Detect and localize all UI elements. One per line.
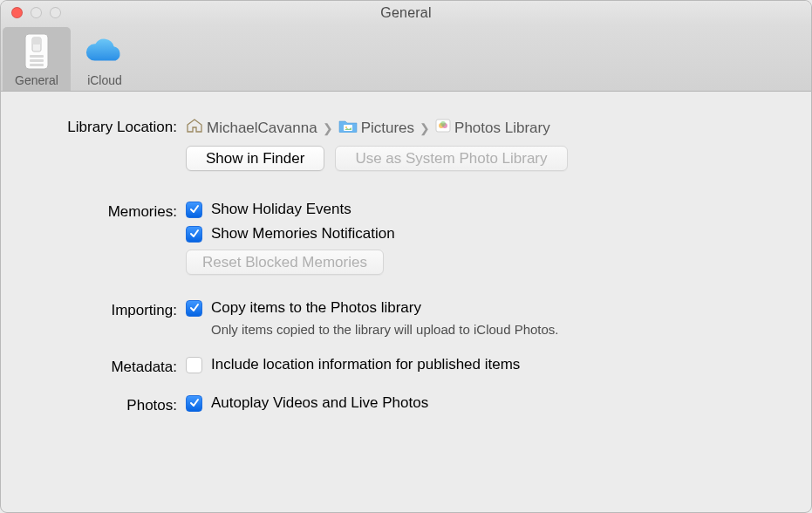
photos-library-icon [435, 119, 451, 137]
svg-point-7 [345, 127, 347, 128]
content-area: Library Location: MichaelCavanna ❯ Pictu… [1, 92, 811, 512]
zoom-window-icon [50, 7, 61, 18]
svg-rect-5 [30, 64, 44, 66]
label-metadata: Metadata: [18, 356, 186, 376]
close-window-icon[interactable] [11, 7, 23, 18]
label-holiday-events: Show Holiday Events [211, 201, 351, 218]
tab-icloud-label: iCloud [87, 73, 122, 87]
home-folder-icon [186, 119, 203, 137]
svg-rect-3 [30, 55, 44, 58]
switches-icon [16, 31, 58, 72]
svg-rect-4 [30, 59, 44, 62]
breadcrumb-segment-1: MichaelCavanna [207, 120, 317, 137]
reset-blocked-memories-button: Reset Blocked Memories [186, 250, 384, 275]
breadcrumb-segment-2: Pictures [361, 120, 414, 137]
checkbox-include-location[interactable] [186, 357, 202, 373]
label-memories: Memories: [18, 201, 186, 221]
titlebar: General [1, 1, 811, 25]
label-copy-items: Copy items to the Photos library [211, 299, 421, 317]
tab-icloud[interactable]: iCloud [71, 27, 139, 91]
svg-rect-2 [32, 38, 41, 44]
use-as-system-library-button: Use as System Photo Library [335, 146, 567, 171]
checkbox-memories-notification[interactable] [186, 226, 202, 243]
row-library-location: Library Location: MichaelCavanna ❯ Pictu… [18, 116, 794, 187]
checkbox-holiday-events[interactable] [186, 202, 202, 218]
row-metadata: Metadata: Include location information f… [18, 356, 794, 380]
checkbox-copy-items[interactable] [186, 300, 202, 317]
chevron-right-icon: ❯ [321, 121, 335, 135]
svg-point-11 [440, 121, 446, 127]
label-memories-notification: Show Memories Notification [211, 225, 395, 243]
tab-general-label: General [15, 73, 58, 87]
label-autoplay: Autoplay Videos and Live Photos [211, 394, 428, 412]
minimize-window-icon [31, 7, 42, 18]
library-path-breadcrumb: MichaelCavanna ❯ Pictures ❯ Photos Libra… [186, 116, 794, 137]
tab-general[interactable]: General [3, 27, 71, 91]
window-title: General [1, 5, 811, 21]
show-in-finder-button[interactable]: Show in Finder [186, 146, 324, 171]
preferences-window: General General [0, 0, 812, 513]
cloud-icon [84, 31, 126, 72]
label-importing: Importing: [18, 299, 186, 319]
label-photos: Photos: [18, 394, 186, 414]
window-controls [11, 7, 61, 18]
label-library-location: Library Location: [18, 116, 186, 136]
helper-copy-items: Only items copied to the library will up… [211, 322, 794, 337]
row-photos: Photos: Autoplay Videos and Live Photos [18, 394, 794, 419]
pictures-folder-icon [338, 119, 358, 137]
breadcrumb-segment-3: Photos Library [454, 120, 550, 137]
label-include-location: Include location information for publish… [211, 356, 520, 373]
preferences-toolbar: General iCloud [1, 25, 811, 92]
chevron-right-icon: ❯ [418, 121, 432, 135]
checkbox-autoplay[interactable] [186, 395, 202, 412]
row-memories: Memories: Show Holiday Events Show Memor… [18, 201, 794, 275]
row-importing: Importing: Copy items to the Photos libr… [18, 299, 794, 342]
